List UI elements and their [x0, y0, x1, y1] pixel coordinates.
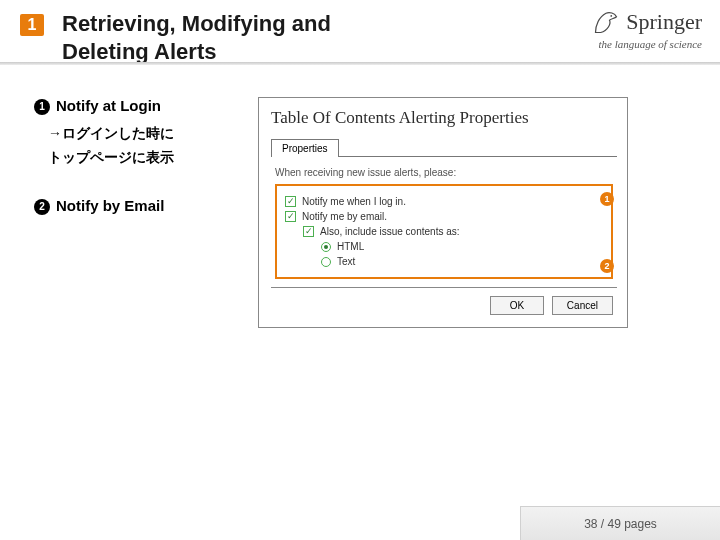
panel-title: Table Of Contents Alerting Properties [271, 108, 617, 128]
radio-label: HTML [337, 241, 364, 252]
bullet-2: 2 Notify by Email [34, 197, 234, 215]
callout-2: 2 [600, 259, 614, 273]
slide-number-badge: 1 [20, 14, 44, 36]
radio-icon [321, 257, 331, 267]
callout-1: 1 [600, 192, 614, 206]
panel-divider [271, 287, 617, 288]
checkbox-notify-login[interactable]: ✓ Notify me when I log in. [285, 196, 603, 207]
bullet-1-sub1: →ログインした時に [48, 125, 234, 143]
springer-horse-icon [592, 8, 620, 36]
bullet-1: 1 Notify at Login [34, 97, 234, 115]
bullet-2-text: Notify by Email [56, 197, 164, 214]
bullet-list: 1 Notify at Login →ログインした時に トップページに表示 2 … [34, 97, 234, 328]
tab-properties[interactable]: Properties [271, 139, 339, 157]
tab-row: Properties [271, 138, 617, 157]
properties-panel: Table Of Contents Alerting Properties Pr… [258, 97, 628, 328]
notify-options-group: 1 2 ✓ Notify me when I log in. ✓ Notify … [275, 184, 613, 279]
radio-icon [321, 242, 331, 252]
bullet-num-1: 1 [34, 99, 50, 115]
checkbox-label: Also, include issue contents as: [320, 226, 460, 237]
checkbox-label: Notify me by email. [302, 211, 387, 222]
checkbox-label: Notify me when I log in. [302, 196, 406, 207]
svg-point-0 [611, 15, 613, 17]
cancel-button[interactable]: Cancel [552, 296, 613, 315]
radio-label: Text [337, 256, 355, 267]
ok-button[interactable]: OK [490, 296, 544, 315]
brand-name: Springer [626, 9, 702, 35]
section-label: When receiving new issue alerts, please: [275, 167, 617, 178]
checkbox-notify-email[interactable]: ✓ Notify me by email. [285, 211, 603, 222]
check-icon: ✓ [285, 196, 296, 207]
checkbox-include-contents[interactable]: ✓ Also, include issue contents as: [303, 226, 603, 237]
page-counter: 38 / 49 pages [520, 506, 720, 540]
brand-tagline: the language of science [592, 38, 702, 50]
check-icon: ✓ [303, 226, 314, 237]
bullet-1-sub2: トップページに表示 [48, 149, 234, 167]
bullet-num-2: 2 [34, 199, 50, 215]
radio-html[interactable]: HTML [321, 241, 603, 252]
page-title: Retrieving, Modifying and Deleting Alert… [62, 10, 422, 65]
check-icon: ✓ [285, 211, 296, 222]
brand-block: Springer the language of science [592, 8, 702, 50]
header-divider [0, 62, 720, 65]
radio-text[interactable]: Text [321, 256, 603, 267]
bullet-1-text: Notify at Login [56, 97, 161, 114]
